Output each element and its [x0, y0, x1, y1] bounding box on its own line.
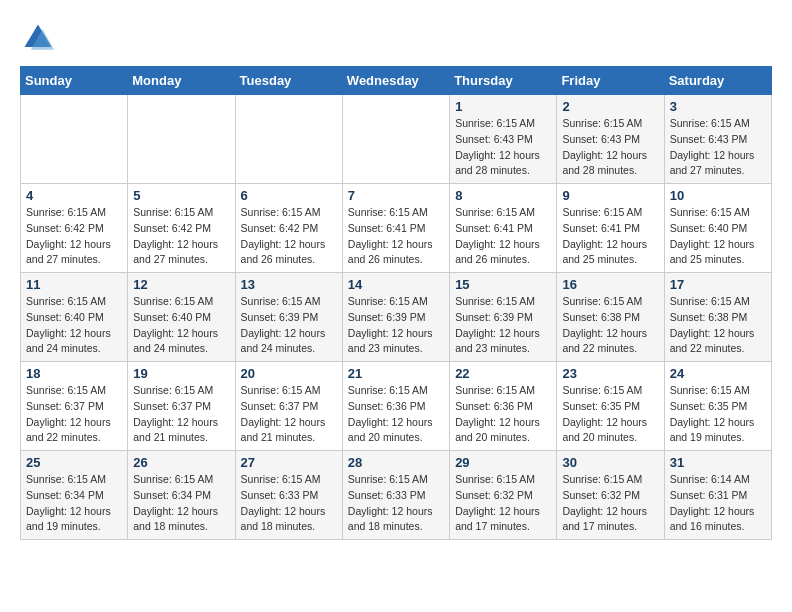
day-number: 24 — [670, 366, 766, 381]
calendar-cell: 28Sunrise: 6:15 AM Sunset: 6:33 PM Dayli… — [342, 451, 449, 540]
day-number: 5 — [133, 188, 229, 203]
day-number: 28 — [348, 455, 444, 470]
logo — [20, 20, 60, 56]
calendar-cell — [21, 95, 128, 184]
day-info: Sunrise: 6:15 AM Sunset: 6:33 PM Dayligh… — [348, 472, 444, 535]
day-info: Sunrise: 6:15 AM Sunset: 6:38 PM Dayligh… — [670, 294, 766, 357]
calendar-cell: 12Sunrise: 6:15 AM Sunset: 6:40 PM Dayli… — [128, 273, 235, 362]
calendar-cell: 8Sunrise: 6:15 AM Sunset: 6:41 PM Daylig… — [450, 184, 557, 273]
day-info: Sunrise: 6:15 AM Sunset: 6:43 PM Dayligh… — [562, 116, 658, 179]
day-info: Sunrise: 6:15 AM Sunset: 6:42 PM Dayligh… — [133, 205, 229, 268]
calendar-cell: 16Sunrise: 6:15 AM Sunset: 6:38 PM Dayli… — [557, 273, 664, 362]
day-number: 12 — [133, 277, 229, 292]
day-info: Sunrise: 6:15 AM Sunset: 6:39 PM Dayligh… — [348, 294, 444, 357]
logo-icon — [20, 20, 56, 56]
day-number: 31 — [670, 455, 766, 470]
day-number: 1 — [455, 99, 551, 114]
calendar-cell: 27Sunrise: 6:15 AM Sunset: 6:33 PM Dayli… — [235, 451, 342, 540]
day-info: Sunrise: 6:15 AM Sunset: 6:38 PM Dayligh… — [562, 294, 658, 357]
day-info: Sunrise: 6:15 AM Sunset: 6:36 PM Dayligh… — [348, 383, 444, 446]
day-info: Sunrise: 6:15 AM Sunset: 6:43 PM Dayligh… — [670, 116, 766, 179]
calendar-cell — [235, 95, 342, 184]
day-info: Sunrise: 6:15 AM Sunset: 6:43 PM Dayligh… — [455, 116, 551, 179]
day-number: 30 — [562, 455, 658, 470]
weekday-header-wednesday: Wednesday — [342, 67, 449, 95]
weekday-header-monday: Monday — [128, 67, 235, 95]
day-number: 11 — [26, 277, 122, 292]
calendar-cell: 18Sunrise: 6:15 AM Sunset: 6:37 PM Dayli… — [21, 362, 128, 451]
day-number: 14 — [348, 277, 444, 292]
calendar-cell: 31Sunrise: 6:14 AM Sunset: 6:31 PM Dayli… — [664, 451, 771, 540]
calendar-week-row: 1Sunrise: 6:15 AM Sunset: 6:43 PM Daylig… — [21, 95, 772, 184]
calendar-cell: 30Sunrise: 6:15 AM Sunset: 6:32 PM Dayli… — [557, 451, 664, 540]
calendar-cell: 23Sunrise: 6:15 AM Sunset: 6:35 PM Dayli… — [557, 362, 664, 451]
day-number: 19 — [133, 366, 229, 381]
day-number: 23 — [562, 366, 658, 381]
calendar-cell: 6Sunrise: 6:15 AM Sunset: 6:42 PM Daylig… — [235, 184, 342, 273]
day-number: 3 — [670, 99, 766, 114]
day-number: 13 — [241, 277, 337, 292]
calendar-week-row: 18Sunrise: 6:15 AM Sunset: 6:37 PM Dayli… — [21, 362, 772, 451]
calendar-cell: 25Sunrise: 6:15 AM Sunset: 6:34 PM Dayli… — [21, 451, 128, 540]
calendar-cell: 20Sunrise: 6:15 AM Sunset: 6:37 PM Dayli… — [235, 362, 342, 451]
calendar-cell: 17Sunrise: 6:15 AM Sunset: 6:38 PM Dayli… — [664, 273, 771, 362]
calendar-body: 1Sunrise: 6:15 AM Sunset: 6:43 PM Daylig… — [21, 95, 772, 540]
calendar-cell — [128, 95, 235, 184]
day-info: Sunrise: 6:15 AM Sunset: 6:40 PM Dayligh… — [26, 294, 122, 357]
day-info: Sunrise: 6:15 AM Sunset: 6:35 PM Dayligh… — [562, 383, 658, 446]
calendar-cell: 26Sunrise: 6:15 AM Sunset: 6:34 PM Dayli… — [128, 451, 235, 540]
day-info: Sunrise: 6:15 AM Sunset: 6:42 PM Dayligh… — [26, 205, 122, 268]
day-info: Sunrise: 6:14 AM Sunset: 6:31 PM Dayligh… — [670, 472, 766, 535]
day-number: 26 — [133, 455, 229, 470]
calendar-cell: 5Sunrise: 6:15 AM Sunset: 6:42 PM Daylig… — [128, 184, 235, 273]
day-number: 6 — [241, 188, 337, 203]
day-number: 2 — [562, 99, 658, 114]
calendar-cell: 19Sunrise: 6:15 AM Sunset: 6:37 PM Dayli… — [128, 362, 235, 451]
calendar-week-row: 25Sunrise: 6:15 AM Sunset: 6:34 PM Dayli… — [21, 451, 772, 540]
calendar-cell: 10Sunrise: 6:15 AM Sunset: 6:40 PM Dayli… — [664, 184, 771, 273]
day-info: Sunrise: 6:15 AM Sunset: 6:41 PM Dayligh… — [455, 205, 551, 268]
weekday-header-thursday: Thursday — [450, 67, 557, 95]
weekday-header-sunday: Sunday — [21, 67, 128, 95]
calendar-cell — [342, 95, 449, 184]
calendar-cell: 2Sunrise: 6:15 AM Sunset: 6:43 PM Daylig… — [557, 95, 664, 184]
day-info: Sunrise: 6:15 AM Sunset: 6:39 PM Dayligh… — [241, 294, 337, 357]
calendar-cell: 13Sunrise: 6:15 AM Sunset: 6:39 PM Dayli… — [235, 273, 342, 362]
day-info: Sunrise: 6:15 AM Sunset: 6:41 PM Dayligh… — [348, 205, 444, 268]
day-info: Sunrise: 6:15 AM Sunset: 6:37 PM Dayligh… — [133, 383, 229, 446]
day-number: 7 — [348, 188, 444, 203]
calendar-cell: 29Sunrise: 6:15 AM Sunset: 6:32 PM Dayli… — [450, 451, 557, 540]
calendar-week-row: 4Sunrise: 6:15 AM Sunset: 6:42 PM Daylig… — [21, 184, 772, 273]
day-number: 25 — [26, 455, 122, 470]
day-number: 29 — [455, 455, 551, 470]
day-number: 17 — [670, 277, 766, 292]
calendar-cell: 3Sunrise: 6:15 AM Sunset: 6:43 PM Daylig… — [664, 95, 771, 184]
day-info: Sunrise: 6:15 AM Sunset: 6:32 PM Dayligh… — [455, 472, 551, 535]
day-info: Sunrise: 6:15 AM Sunset: 6:40 PM Dayligh… — [670, 205, 766, 268]
day-number: 16 — [562, 277, 658, 292]
calendar-cell: 21Sunrise: 6:15 AM Sunset: 6:36 PM Dayli… — [342, 362, 449, 451]
day-info: Sunrise: 6:15 AM Sunset: 6:37 PM Dayligh… — [241, 383, 337, 446]
weekday-header-friday: Friday — [557, 67, 664, 95]
page-header — [20, 20, 772, 56]
calendar-cell: 9Sunrise: 6:15 AM Sunset: 6:41 PM Daylig… — [557, 184, 664, 273]
day-info: Sunrise: 6:15 AM Sunset: 6:39 PM Dayligh… — [455, 294, 551, 357]
calendar-cell: 7Sunrise: 6:15 AM Sunset: 6:41 PM Daylig… — [342, 184, 449, 273]
calendar-cell: 22Sunrise: 6:15 AM Sunset: 6:36 PM Dayli… — [450, 362, 557, 451]
day-number: 18 — [26, 366, 122, 381]
calendar-cell: 14Sunrise: 6:15 AM Sunset: 6:39 PM Dayli… — [342, 273, 449, 362]
day-number: 10 — [670, 188, 766, 203]
day-info: Sunrise: 6:15 AM Sunset: 6:36 PM Dayligh… — [455, 383, 551, 446]
day-info: Sunrise: 6:15 AM Sunset: 6:37 PM Dayligh… — [26, 383, 122, 446]
day-info: Sunrise: 6:15 AM Sunset: 6:42 PM Dayligh… — [241, 205, 337, 268]
day-number: 21 — [348, 366, 444, 381]
day-info: Sunrise: 6:15 AM Sunset: 6:40 PM Dayligh… — [133, 294, 229, 357]
day-info: Sunrise: 6:15 AM Sunset: 6:35 PM Dayligh… — [670, 383, 766, 446]
weekday-header-row: SundayMondayTuesdayWednesdayThursdayFrid… — [21, 67, 772, 95]
day-info: Sunrise: 6:15 AM Sunset: 6:34 PM Dayligh… — [26, 472, 122, 535]
day-number: 4 — [26, 188, 122, 203]
day-info: Sunrise: 6:15 AM Sunset: 6:34 PM Dayligh… — [133, 472, 229, 535]
calendar-cell: 4Sunrise: 6:15 AM Sunset: 6:42 PM Daylig… — [21, 184, 128, 273]
day-number: 8 — [455, 188, 551, 203]
day-number: 9 — [562, 188, 658, 203]
